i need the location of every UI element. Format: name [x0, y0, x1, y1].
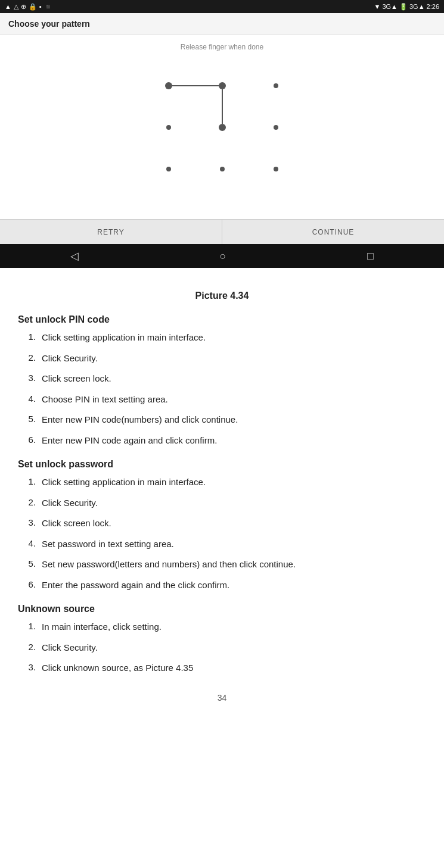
- notification-icon-2: △: [14, 3, 18, 11]
- pin-list: 1. Click setting application in main int…: [18, 331, 426, 447]
- list-item: 2. Click Security.: [18, 641, 426, 655]
- status-bar-left: ▲ △ ⊕ 🔒 ▪ ◾: [5, 3, 52, 11]
- home-icon[interactable]: ○: [220, 250, 226, 263]
- password-list: 1. Click setting application in main int…: [18, 476, 426, 592]
- notification-icon-5: ▪: [39, 3, 42, 10]
- list-item: 3. Click unknown source, as Picture 4.35: [18, 661, 426, 675]
- pattern-hint: Release finger when done: [181, 43, 263, 51]
- section-heading-password: Set unlock password: [18, 459, 426, 470]
- list-item: 5. Set new password(letters and numbers)…: [18, 558, 426, 572]
- app-bar-title: Choose your pattern: [8, 19, 90, 29]
- list-item: 1. Click setting application in main int…: [18, 331, 426, 345]
- app-bar: Choose your pattern: [0, 13, 444, 35]
- list-item: 1. In main interface, click setting.: [18, 620, 426, 634]
- time-display: 3G▲ 2:26: [409, 3, 439, 10]
- section-heading-pin: Set unlock PIN code: [18, 314, 426, 325]
- notification-icon-6: ◾: [44, 3, 52, 11]
- page-number: 34: [18, 693, 426, 714]
- retry-button[interactable]: RETRY: [0, 220, 222, 244]
- notification-icon-3: ⊕: [21, 3, 26, 11]
- list-item: 6. Enter the password again and the clic…: [18, 579, 426, 592]
- pattern-area: Release finger when done: [0, 35, 444, 219]
- dots-grid: [145, 62, 300, 193]
- unknown-list: 1. In main interface, click setting. 2. …: [18, 620, 426, 675]
- status-bar: ▲ △ ⊕ 🔒 ▪ ◾ ▼ 3G▲ 🔋 3G▲ 2:26: [0, 0, 444, 13]
- continue-button[interactable]: CONTINUE: [222, 220, 444, 244]
- dot-0-2: [274, 83, 278, 88]
- list-item: 3. Click screen lock.: [18, 372, 426, 386]
- phone-screenshot: ▲ △ ⊕ 🔒 ▪ ◾ ▼ 3G▲ 🔋 3G▲ 2:26 Choose your…: [0, 0, 444, 268]
- list-item: 5. Enter new PIN code(numbers) and click…: [18, 413, 426, 427]
- dot-2-1: [220, 167, 225, 171]
- dot-2-0: [166, 167, 171, 171]
- list-item: 4. Set password in text setting area.: [18, 538, 426, 551]
- notification-icon-1: ▲: [5, 3, 11, 10]
- dot-0-1: [219, 82, 226, 89]
- list-item: 2. Click Security.: [18, 352, 426, 366]
- dot-1-2: [274, 125, 278, 130]
- list-item: 2. Click Security.: [18, 497, 426, 510]
- signal-icon: ▼ 3G▲: [374, 3, 398, 10]
- list-item: 4. Choose PIN in text setting area.: [18, 393, 426, 407]
- section-heading-unknown: Unknown source: [18, 604, 426, 614]
- pattern-svg: [145, 62, 300, 193]
- dot-0-0: [165, 82, 172, 89]
- doc-content: Picture 4.34 Set unlock PIN code 1. Clic…: [0, 268, 444, 738]
- bottom-buttons: RETRY CONTINUE: [0, 219, 444, 244]
- list-item: 3. Click screen lock.: [18, 517, 426, 530]
- status-bar-right: ▼ 3G▲ 🔋 3G▲ 2:26: [374, 3, 439, 11]
- back-icon[interactable]: ◁: [70, 249, 79, 263]
- dot-1-0: [166, 125, 171, 130]
- dot-1-1: [219, 124, 226, 131]
- nav-bar: ◁ ○ □: [0, 244, 444, 268]
- battery-icon: 🔋: [399, 3, 408, 11]
- recents-icon[interactable]: □: [367, 250, 374, 263]
- dot-2-2: [274, 167, 278, 171]
- picture-caption: Picture 4.34: [18, 291, 426, 301]
- notification-icon-4: 🔒: [29, 3, 37, 11]
- list-item: 6. Enter new PIN code again and click co…: [18, 434, 426, 448]
- list-item: 1. Click setting application in main int…: [18, 476, 426, 489]
